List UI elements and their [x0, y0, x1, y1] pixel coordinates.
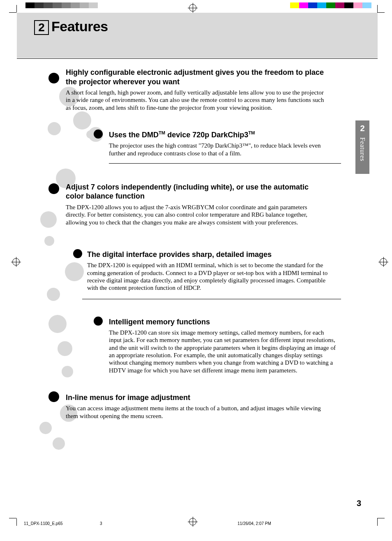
page-number: 3 — [357, 499, 361, 508]
header-underline — [17, 58, 378, 59]
deco-circle-icon — [48, 315, 67, 333]
crop-mark — [9, 518, 16, 518]
feature-block: The digital interface provides sharp, de… — [41, 250, 337, 292]
deco-circle-icon — [65, 262, 84, 281]
crop-mark — [377, 12, 385, 13]
calib-swatch — [35, 2, 44, 8]
section-heading: Highly configurable electronic adjustmen… — [66, 68, 325, 86]
registration-mark-icon — [12, 258, 20, 266]
calib-swatch — [308, 2, 317, 8]
header-band: 2 Features — [17, 13, 378, 58]
tm-mark: TM — [159, 130, 165, 135]
bullet-icon — [48, 73, 59, 83]
calib-swatch — [326, 2, 335, 8]
side-tab-label: Features — [359, 137, 366, 161]
chapter-number-box: 2 — [34, 20, 49, 35]
section-heading: Adjust 7 colors independently (including… — [66, 183, 325, 201]
footer-file: 11_DPX-1100_E.p65 — [24, 521, 100, 526]
chapter-title: Features — [51, 18, 108, 35]
tm-mark: TM — [248, 130, 255, 135]
section-body: The DPX-1200 can store six image memory … — [109, 329, 337, 374]
calib-swatch — [80, 2, 89, 8]
section-divider — [109, 163, 341, 164]
calib-swatch — [281, 2, 290, 8]
side-tab-number: 2 — [355, 124, 369, 133]
heading-text: device 720p DarkChip3 — [165, 131, 248, 139]
deco-circle-icon — [73, 111, 91, 129]
feature-block: Intelligent memory functions The DPX-120… — [41, 317, 337, 374]
calib-swatch — [107, 2, 116, 8]
crop-mark — [377, 5, 378, 12]
crop-mark — [9, 12, 16, 13]
calib-swatch — [299, 2, 308, 8]
feature-block: Highly configurable electronic adjustmen… — [41, 68, 337, 111]
bullet-icon — [48, 183, 59, 194]
deco-circle-icon — [40, 211, 57, 228]
calib-swatch — [44, 2, 53, 8]
side-tab: 2 Features — [355, 120, 369, 174]
section-body: The projector uses the high contrast "72… — [109, 142, 337, 157]
crop-mark — [377, 518, 378, 526]
calib-swatch — [362, 2, 371, 8]
crop-mark — [16, 518, 17, 526]
bullet-icon — [73, 249, 82, 258]
calibration-bar — [25, 2, 371, 8]
calib-swatch — [89, 2, 98, 8]
calib-swatch — [353, 2, 362, 8]
registration-mark-icon — [380, 258, 387, 266]
deco-circle-icon — [62, 366, 73, 377]
deco-circle-icon — [44, 236, 54, 246]
deco-circle-icon — [58, 341, 72, 356]
footer-datetime: 11/26/04, 2:07 PM — [238, 521, 271, 526]
deco-circle-icon — [53, 437, 65, 450]
calib-swatch — [25, 2, 35, 8]
section-heading: Uses the DMDTM device 720p DarkChip3TM — [109, 130, 337, 140]
deco-circle-icon — [47, 288, 60, 301]
feature-block: Adjust 7 colors independently (including… — [41, 183, 337, 226]
calib-swatch — [344, 2, 353, 8]
section-body: The DPX-1200 is equipped with an HDMI te… — [87, 261, 333, 291]
deco-circle-icon — [39, 422, 52, 434]
calib-swatch — [335, 2, 344, 8]
section-body: You can access image adjustment menu ite… — [66, 405, 325, 420]
bullet-icon — [48, 391, 59, 402]
bullet-icon — [94, 129, 103, 139]
crop-mark — [377, 518, 385, 518]
calib-swatch — [71, 2, 80, 8]
calib-swatch — [317, 2, 326, 8]
section-divider — [82, 299, 341, 299]
feature-block: Uses the DMDTM device 720p DarkChip3TM T… — [41, 130, 337, 157]
heading-text: Uses the DMD — [109, 131, 159, 139]
section-heading: Intelligent memory functions — [109, 317, 337, 327]
calib-swatch — [98, 2, 107, 8]
calib-swatch — [290, 2, 299, 8]
footer-metadata: 11_DPX-1100_E.p65 3 11/26/04, 2:07 PM — [24, 521, 371, 526]
crop-mark — [16, 5, 17, 12]
section-body: The DPX-1200 allows you to adjust the 7-… — [66, 203, 325, 226]
section-heading: The digital interface provides sharp, de… — [87, 250, 333, 259]
content-area: Highly configurable electronic adjustmen… — [41, 68, 337, 435]
section-body: A short focal length, high power zoom, a… — [66, 89, 325, 111]
feature-block: In-line menus for image adjustment You c… — [41, 393, 337, 420]
footer-sheet: 3 — [100, 521, 238, 526]
calib-swatch — [62, 2, 71, 8]
section-heading: In-line menus for image adjustment — [66, 393, 325, 402]
bullet-icon — [94, 317, 103, 326]
calib-swatch — [53, 2, 62, 8]
